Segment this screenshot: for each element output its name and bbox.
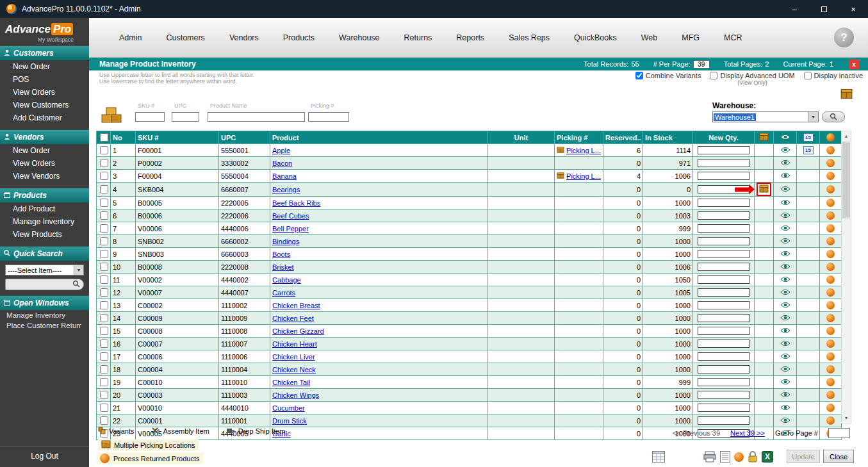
warehouse-search-button[interactable]: [822, 111, 845, 122]
row-checkbox[interactable]: [100, 352, 108, 361]
process-returns-icon[interactable]: [826, 172, 835, 180]
process-returns-icon[interactable]: [826, 146, 835, 154]
row-checkbox[interactable]: [100, 172, 108, 180]
new-qty-input[interactable]: [698, 416, 750, 425]
row-checkbox[interactable]: [100, 340, 108, 348]
package-icon[interactable]: [759, 184, 769, 194]
nav-item-quickbooks[interactable]: QuickBooks: [562, 33, 629, 42]
nav-item-admin[interactable]: Admin: [107, 33, 154, 42]
product-link[interactable]: Chicken Breast: [272, 302, 320, 309]
view-inventory-icon[interactable]: [780, 250, 790, 258]
process-returns-icon[interactable]: [826, 263, 835, 271]
view-inventory-icon[interactable]: [780, 302, 790, 309]
page-close-button[interactable]: x: [849, 60, 859, 69]
sidebar-item-view-vendors[interactable]: View Vendors: [0, 170, 89, 183]
row-checkbox[interactable]: [100, 391, 108, 399]
transfer-box-icon[interactable]: [840, 88, 853, 102]
advanced-uom-checkbox[interactable]: [710, 72, 717, 79]
new-qty-input[interactable]: [698, 340, 750, 348]
row-checkbox[interactable]: [100, 327, 108, 335]
product-link[interactable]: Chicken Heart: [272, 340, 317, 348]
close-button[interactable]: Close: [823, 450, 854, 463]
new-qty-input[interactable]: [698, 314, 750, 322]
new-qty-input[interactable]: [698, 391, 750, 399]
nav-item-returns[interactable]: Returns: [392, 33, 445, 42]
scroll-up-button[interactable]: ▲: [842, 131, 851, 141]
sidebar-section-vendors[interactable]: Vendors: [0, 129, 89, 144]
new-qty-input[interactable]: [698, 250, 750, 258]
process-returns-icon[interactable]: [826, 159, 835, 167]
lock-icon[interactable]: [748, 451, 758, 463]
row-checkbox[interactable]: [100, 159, 108, 167]
chevron-down-icon[interactable]: ▼: [74, 265, 83, 275]
process-returns-icon[interactable]: [826, 301, 835, 309]
process-returns-icon[interactable]: [826, 250, 835, 258]
view-inventory-icon[interactable]: [780, 147, 790, 154]
row-checkbox[interactable]: [100, 301, 108, 309]
picking-location-icon[interactable]: [557, 172, 564, 180]
row-checkbox[interactable]: [100, 211, 108, 220]
new-qty-input[interactable]: [698, 224, 750, 233]
view-inventory-icon[interactable]: [780, 315, 790, 322]
picking-link[interactable]: Picking L...: [566, 172, 601, 180]
goto-page-input[interactable]: [828, 428, 850, 438]
product-link[interactable]: Boots: [272, 250, 290, 258]
title-bar[interactable]: AdvancePro 11.00.0.1102* - Admin – ×: [0, 0, 868, 18]
row-checkbox[interactable]: [100, 185, 108, 193]
view-inventory-icon[interactable]: [780, 276, 790, 284]
sidebar-item-view-products[interactable]: View Products: [0, 228, 89, 241]
printer-icon[interactable]: [703, 451, 716, 463]
sidebar-item-add-product[interactable]: Add Product: [0, 202, 89, 215]
help-button[interactable]: ?: [834, 28, 854, 47]
process-returns-icon[interactable]: [826, 416, 835, 425]
process-returns-icon[interactable]: [826, 275, 835, 284]
report-icon[interactable]: [720, 451, 730, 463]
product-link[interactable]: Chicken Feet: [272, 315, 314, 322]
new-qty-input[interactable]: [698, 172, 750, 180]
close-window-button[interactable]: ×: [839, 0, 868, 18]
product-link[interactable]: Cabbage: [272, 276, 301, 284]
row-checkbox[interactable]: [100, 224, 108, 233]
product-link[interactable]: Chicken Liver: [272, 353, 315, 361]
view-inventory-icon[interactable]: [780, 366, 790, 373]
next-page-link[interactable]: Next 39 >>: [730, 429, 765, 437]
view-inventory-icon[interactable]: [780, 379, 790, 386]
advanced-uom-icon[interactable]: 15: [803, 146, 814, 154]
view-inventory-icon[interactable]: [780, 186, 790, 193]
row-checkbox[interactable]: [100, 378, 108, 386]
row-checkbox[interactable]: [100, 365, 108, 373]
row-checkbox[interactable]: [100, 275, 108, 284]
nav-item-customers[interactable]: Customers: [154, 33, 217, 42]
picking-link[interactable]: Picking L...: [566, 147, 601, 154]
product-link[interactable]: Beef Cubes: [272, 212, 309, 220]
product-link[interactable]: Bindings: [272, 238, 299, 245]
display-inactive-option[interactable]: Display inactive: [804, 72, 863, 79]
sidebar-section-open-windows[interactable]: Open Windows: [0, 295, 89, 310]
nav-item-sales-reps[interactable]: Sales Reps: [496, 33, 562, 42]
process-returns-icon[interactable]: [826, 314, 835, 322]
sidebar-item-new-order[interactable]: New Order: [0, 144, 89, 157]
product-name-filter-input[interactable]: [208, 112, 305, 122]
view-inventory-icon[interactable]: [780, 391, 790, 399]
chevron-down-icon[interactable]: ▼: [808, 112, 818, 122]
new-qty-input[interactable]: [698, 263, 750, 271]
new-qty-input[interactable]: [698, 237, 750, 245]
view-inventory-icon[interactable]: [780, 160, 790, 167]
grid-calculator-icon[interactable]: [652, 451, 665, 463]
sidebar-section-customers[interactable]: Customers: [0, 45, 89, 60]
new-qty-input[interactable]: [698, 365, 750, 373]
process-returns-icon[interactable]: [826, 199, 835, 207]
new-qty-input[interactable]: [698, 327, 750, 335]
previous-page-link[interactable]: << Previous 39: [673, 429, 720, 437]
product-link[interactable]: Chicken Neck: [272, 366, 316, 373]
view-inventory-icon[interactable]: [780, 404, 790, 412]
product-link[interactable]: Bell Pepper: [272, 225, 309, 233]
product-link[interactable]: Chicken Wings: [272, 391, 319, 399]
product-link[interactable]: Carrots: [272, 289, 295, 297]
process-returns-icon[interactable]: [826, 391, 835, 399]
view-inventory-icon[interactable]: [780, 172, 790, 180]
process-returns-icon[interactable]: [826, 288, 835, 297]
nav-item-products[interactable]: Products: [271, 33, 327, 42]
process-returns-icon[interactable]: [826, 327, 835, 335]
view-inventory-icon[interactable]: [780, 212, 790, 220]
